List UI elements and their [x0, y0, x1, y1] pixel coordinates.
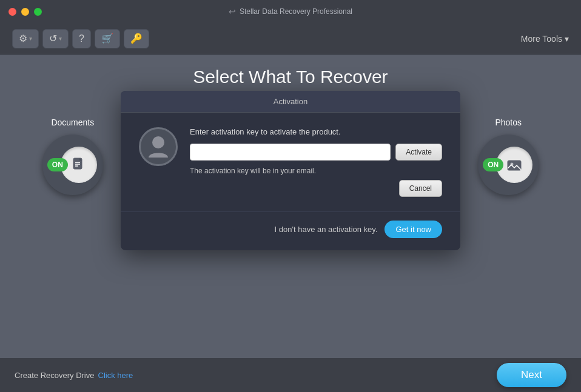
activation-dialog-header: Activation: [121, 91, 460, 113]
photos-label: Photos: [495, 118, 522, 127]
bottom-bar: Create Recovery Drive Click here Next: [0, 358, 581, 392]
settings-dropdown-arrow: ▾: [29, 35, 32, 42]
back-icon: ↩: [229, 7, 236, 16]
cancel-button[interactable]: Cancel: [399, 180, 442, 197]
help-button[interactable]: ?: [72, 29, 91, 48]
photos-toggle[interactable]: ON: [478, 135, 539, 195]
maximize-button[interactable]: [34, 8, 42, 16]
user-avatar-icon: [147, 135, 169, 159]
no-key-text: I don't have an activation key.: [275, 225, 378, 234]
restore-icon: ↺: [49, 33, 57, 44]
activation-note: The activation key will be in your email…: [190, 167, 442, 175]
page-title: Select What To Recover: [193, 67, 388, 87]
gear-icon: ⚙: [19, 33, 27, 44]
restore-dropdown-arrow: ▾: [59, 35, 62, 42]
documents-on-label: ON: [47, 158, 68, 171]
documents-label: Documents: [51, 118, 94, 127]
activation-dialog-body: Enter activation key to activate the pro…: [121, 113, 460, 211]
settings-button[interactable]: ⚙ ▾: [12, 29, 39, 48]
key-icon: 🔑: [130, 33, 143, 44]
titlebar-buttons: [8, 8, 42, 16]
toolbar-left: ⚙ ▾ ↺ ▾ ? 🛒 🔑: [12, 29, 149, 48]
restore-button[interactable]: ↺ ▾: [42, 29, 69, 48]
activation-description: Enter activation key to activate the pro…: [190, 127, 442, 136]
cart-icon: 🛒: [101, 33, 113, 44]
activation-form: Enter activation key to activate the pro…: [190, 127, 442, 197]
photos-on-label: ON: [483, 158, 503, 171]
minimize-button[interactable]: [21, 8, 29, 16]
documents-toggle[interactable]: ON: [42, 135, 103, 195]
avatar: [139, 127, 178, 166]
close-button[interactable]: [8, 8, 16, 16]
get-it-now-button[interactable]: Get it now: [385, 221, 442, 238]
click-here-link[interactable]: Click here: [98, 371, 133, 380]
main-content: Select What To Recover Activation Enter …: [0, 55, 581, 392]
document-icon: [70, 156, 87, 173]
activation-dialog: Activation Enter activation key to activ…: [121, 91, 460, 250]
recovery-drive-label: Create Recovery Drive: [15, 371, 95, 380]
activate-button[interactable]: Activate: [395, 144, 442, 161]
more-tools-dropdown-arrow: ▾: [565, 34, 569, 44]
activation-input-row: Activate: [190, 144, 442, 161]
photo-icon: [506, 156, 523, 173]
svg-rect-8: [508, 161, 521, 170]
activation-key-input[interactable]: [190, 144, 391, 161]
svg-point-0: [152, 136, 164, 148]
toolbar-right: More Tools ▾: [521, 34, 569, 44]
file-type-documents: Documents ON: [42, 118, 103, 195]
next-button[interactable]: Next: [497, 363, 566, 387]
app-title: ↩ Stellar Data Recovery Professional: [229, 7, 352, 16]
key-button[interactable]: 🔑: [124, 29, 149, 48]
recovery-drive-section: Create Recovery Drive Click here: [15, 371, 133, 380]
cart-button[interactable]: 🛒: [95, 29, 120, 48]
more-tools-button[interactable]: More Tools ▾: [521, 34, 569, 44]
file-type-photos: Photos ON: [478, 118, 539, 195]
activation-footer: I don't have an activation key. Get it n…: [121, 211, 460, 250]
titlebar: ↩ Stellar Data Recovery Professional: [0, 0, 581, 23]
help-icon: ?: [79, 33, 84, 44]
toolbar: ⚙ ▾ ↺ ▾ ? 🛒 🔑 More Tools ▾: [0, 23, 581, 55]
